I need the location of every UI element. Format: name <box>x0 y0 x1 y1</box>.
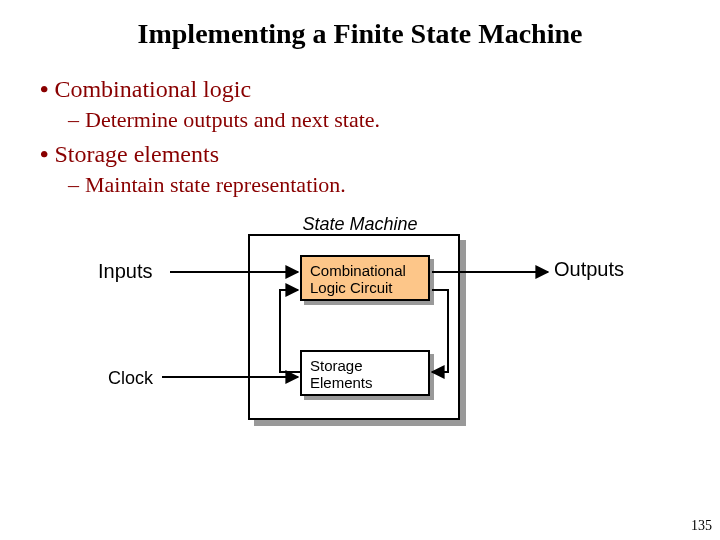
bullet-text: Storage elements <box>54 141 219 168</box>
bullet-sub-text: Determine outputs and next state. <box>85 107 380 133</box>
bullet-sub-determine: – Determine outputs and next state. <box>68 107 680 133</box>
clc-line2: Logic Circuit <box>310 279 420 296</box>
bullet-sub-maintain: – Maintain state representation. <box>68 172 680 198</box>
inputs-label: Inputs <box>98 260 152 283</box>
se-line1: Storage <box>310 357 420 374</box>
bullet-sub-text: Maintain state representation. <box>85 172 346 198</box>
bullet-dot: • <box>40 141 48 168</box>
outputs-label: Outputs <box>554 258 624 281</box>
bullet-text: Combinational logic <box>54 76 251 103</box>
state-machine-diagram: State Machine Inputs Outputs Clock Combi… <box>0 210 720 450</box>
clc-line1: Combinational <box>310 262 420 279</box>
bullet-dash: – <box>68 172 79 198</box>
bullet-dot: • <box>40 76 48 103</box>
bullet-storage-elements: • Storage elements <box>40 141 680 168</box>
bullet-combinational-logic: • Combinational logic <box>40 76 680 103</box>
se-line2: Elements <box>310 374 420 391</box>
content-area: • Combinational logic – Determine output… <box>0 50 720 198</box>
state-machine-label: State Machine <box>302 214 417 235</box>
clock-label: Clock <box>108 368 153 389</box>
page-number: 135 <box>691 518 712 534</box>
bullet-dash: – <box>68 107 79 133</box>
slide-title: Implementing a Finite State Machine <box>0 0 720 50</box>
combinational-logic-circuit-box: Combinational Logic Circuit <box>300 255 430 301</box>
storage-elements-box: Storage Elements <box>300 350 430 396</box>
